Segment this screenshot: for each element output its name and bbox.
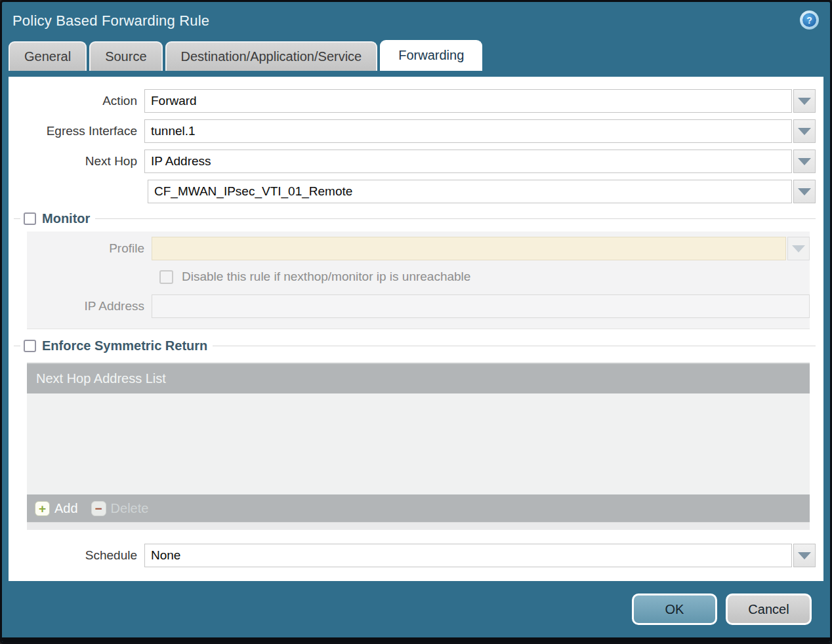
next-hop-address-dropdown-button[interactable] — [793, 180, 816, 203]
plus-icon: + — [35, 501, 50, 516]
chevron-down-icon — [798, 158, 811, 165]
dialog-titlebar: Policy Based Forwarding Rule — [2, 2, 830, 40]
tab-general[interactable]: General — [9, 41, 87, 71]
next-hop-address-input[interactable]: CF_MWAN_IPsec_VTI_01_Remote — [148, 180, 792, 203]
action-combo: Forward — [144, 89, 816, 113]
chevron-down-icon — [798, 552, 811, 559]
egress-interface-input[interactable]: tunnel.1 — [144, 119, 792, 143]
minus-icon: − — [91, 501, 106, 516]
disable-rule-checkbox — [159, 270, 173, 284]
action-input[interactable]: Forward — [144, 89, 792, 113]
next-hop-address-row: CF_MWAN_IPsec_VTI_01_Remote — [14, 180, 816, 203]
tab-destination-label: Destination/Application/Service — [181, 49, 362, 64]
add-button[interactable]: + Add — [35, 501, 78, 516]
disable-rule-label: Disable this rule if nexthop/monitor ip … — [182, 270, 470, 284]
tab-source[interactable]: Source — [89, 41, 162, 71]
next-hop-type-dropdown-button[interactable] — [793, 150, 816, 173]
next-hop-address-list: Next Hop Address List + Add − Delete — [27, 363, 810, 530]
monitor-group-title: Monitor — [42, 211, 90, 226]
chevron-down-icon — [798, 188, 811, 195]
monitor-checkbox[interactable] — [24, 212, 36, 225]
cancel-button[interactable]: Cancel — [726, 594, 812, 625]
tab-bar: General Source Destination/Application/S… — [2, 40, 830, 71]
forwarding-tab-panel: Action Forward Egress Interface tunnel.1… — [9, 77, 823, 581]
action-dropdown-button[interactable] — [793, 89, 816, 113]
schedule-combo: None — [144, 544, 816, 567]
disable-rule-row: Disable this rule if nexthop/monitor ip … — [159, 268, 810, 285]
next-hop-address-list-header-label: Next Hop Address List — [36, 371, 166, 386]
action-label: Action — [14, 94, 144, 108]
tab-forwarding-label: Forwarding — [398, 48, 464, 63]
tab-general-label: General — [24, 49, 71, 64]
egress-interface-row: Egress Interface tunnel.1 — [14, 119, 816, 143]
dialog-bottom-edge — [2, 637, 830, 642]
profile-label: Profile — [27, 241, 152, 256]
add-button-label: Add — [54, 501, 78, 516]
monitor-ip-address-label: IP Address — [27, 299, 152, 313]
next-hop-address-combo: CF_MWAN_IPsec_VTI_01_Remote — [148, 180, 816, 203]
monitor-panel: Profile Disable this rule if nexthop/mon… — [27, 231, 810, 329]
profile-input — [152, 237, 786, 260]
next-hop-type-input[interactable]: IP Address — [144, 150, 792, 173]
symmetric-return-group-title: Enforce Symmetric Return — [42, 338, 207, 353]
next-hop-row: Next Hop IP Address — [14, 150, 816, 173]
monitor-ip-address-row: IP Address — [27, 294, 810, 318]
delete-button-label: Delete — [111, 501, 149, 516]
dialog-title: Policy Based Forwarding Rule — [12, 12, 209, 30]
schedule-dropdown-button[interactable] — [793, 544, 816, 567]
next-hop-address-list-body[interactable] — [27, 393, 810, 494]
schedule-label: Schedule — [14, 548, 144, 563]
help-icon-glyph: ? — [802, 13, 816, 27]
schedule-input[interactable]: None — [144, 544, 792, 567]
egress-interface-label: Egress Interface — [14, 124, 144, 138]
chevron-down-icon — [798, 98, 811, 105]
monitor-ip-address-input — [152, 294, 810, 318]
monitor-group-header: Monitor — [14, 211, 816, 226]
chevron-down-icon — [792, 245, 805, 252]
help-icon[interactable]: ? — [800, 10, 819, 30]
egress-interface-combo: tunnel.1 — [144, 119, 816, 143]
tab-destination-application-service[interactable]: Destination/Application/Service — [165, 41, 378, 71]
symmetric-return-group-header: Enforce Symmetric Return — [14, 338, 816, 353]
schedule-row: Schedule None — [14, 544, 816, 567]
profile-dropdown-button — [787, 237, 810, 260]
profile-combo — [152, 237, 810, 260]
symmetric-return-checkbox[interactable] — [24, 340, 36, 352]
next-hop-type-combo: IP Address — [144, 150, 816, 173]
egress-interface-dropdown-button[interactable] — [793, 119, 816, 143]
delete-button: − Delete — [91, 501, 149, 516]
policy-based-forwarding-dialog: Policy Based Forwarding Rule ? General S… — [0, 0, 832, 644]
next-hop-address-list-toolbar: + Add − Delete — [27, 494, 810, 522]
next-hop-address-list-header: Next Hop Address List — [27, 363, 810, 393]
next-hop-label: Next Hop — [14, 154, 144, 169]
chevron-down-icon — [798, 128, 811, 135]
tab-source-label: Source — [105, 49, 146, 64]
profile-row: Profile — [27, 237, 810, 260]
ok-button[interactable]: OK — [632, 594, 717, 625]
tab-forwarding[interactable]: Forwarding — [380, 40, 482, 71]
dialog-footer: OK Cancel — [2, 577, 830, 642]
list-scrollbar-track — [27, 522, 810, 530]
action-row: Action Forward — [14, 89, 816, 113]
